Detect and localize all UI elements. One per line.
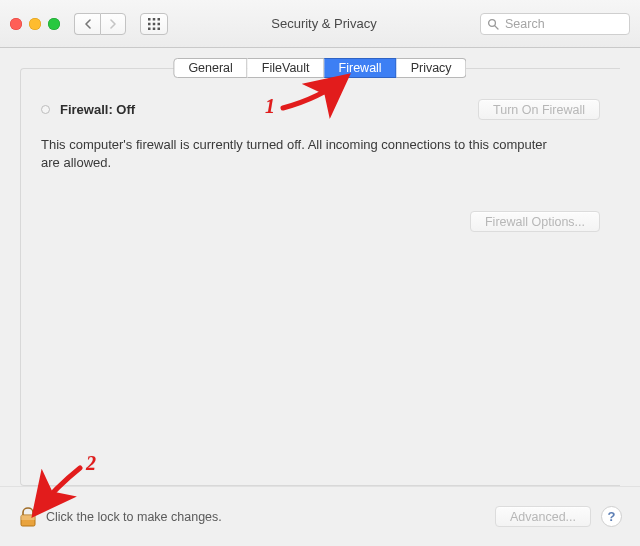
zoom-window-button[interactable] (48, 18, 60, 30)
svg-rect-1 (153, 18, 156, 21)
help-button[interactable]: ? (601, 506, 622, 527)
tab-general[interactable]: General (173, 58, 247, 78)
bottom-bar: Click the lock to make changes. Advanced… (0, 486, 640, 546)
lock-icon[interactable] (18, 506, 38, 528)
window-controls (10, 18, 60, 30)
search-icon (487, 18, 499, 30)
advanced-button[interactable]: Advanced... (495, 506, 591, 527)
svg-line-10 (495, 25, 498, 28)
tab-filevault[interactable]: FileVault (248, 58, 325, 78)
svg-rect-7 (153, 27, 156, 30)
search-input[interactable] (503, 16, 623, 32)
tab-privacy[interactable]: Privacy (397, 58, 467, 78)
tab-firewall[interactable]: Firewall (325, 58, 397, 78)
svg-rect-8 (158, 27, 161, 30)
search-field[interactable] (480, 13, 630, 35)
firewall-description: This computer's firewall is currently tu… (41, 136, 561, 171)
svg-rect-12 (21, 515, 35, 520)
svg-rect-0 (148, 18, 151, 21)
firewall-options-button[interactable]: Firewall Options... (470, 211, 600, 232)
window-title: Security & Privacy (176, 16, 472, 31)
firewall-status-label: Firewall: Off (60, 102, 135, 117)
svg-rect-2 (158, 18, 161, 21)
firewall-panel: Firewall: Off Turn On Firewall This comp… (20, 68, 620, 486)
lock-message: Click the lock to make changes. (46, 510, 222, 524)
chevron-left-icon (84, 19, 92, 29)
back-button[interactable] (74, 13, 100, 35)
turn-on-firewall-button[interactable]: Turn On Firewall (478, 99, 600, 120)
svg-rect-5 (158, 22, 161, 25)
forward-button[interactable] (100, 13, 126, 35)
grid-icon (147, 17, 161, 31)
svg-rect-6 (148, 27, 151, 30)
titlebar: Security & Privacy (0, 0, 640, 48)
svg-rect-4 (153, 22, 156, 25)
content-area: Firewall: Off Turn On Firewall This comp… (0, 48, 640, 546)
minimize-window-button[interactable] (29, 18, 41, 30)
show-all-button[interactable] (140, 13, 168, 35)
close-window-button[interactable] (10, 18, 22, 30)
chevron-right-icon (109, 19, 117, 29)
tab-bar: General FileVault Firewall Privacy (173, 58, 466, 78)
nav-buttons (74, 13, 126, 35)
firewall-status-indicator (41, 105, 50, 114)
svg-rect-3 (148, 22, 151, 25)
